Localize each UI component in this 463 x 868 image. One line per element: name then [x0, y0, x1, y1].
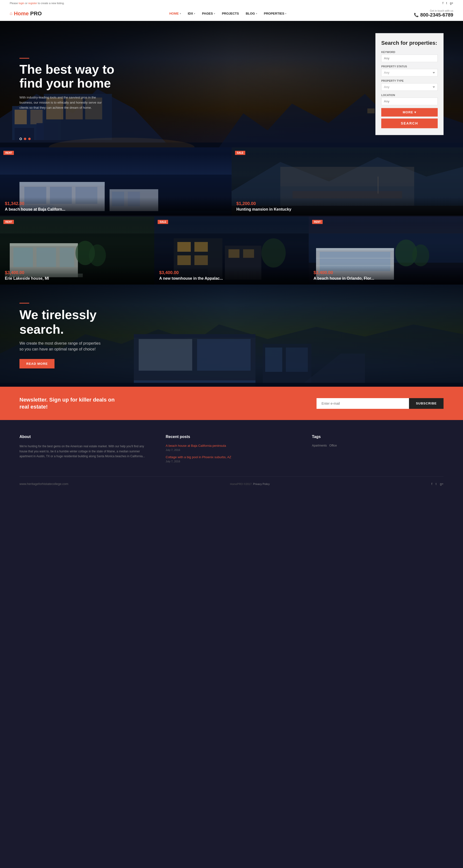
logo[interactable]: ⌂ HomePRO	[10, 10, 42, 17]
banner-content: We tirelessly search. We create the most…	[0, 303, 146, 368]
type-select[interactable]: Any	[381, 84, 438, 91]
facebook-icon[interactable]: f	[442, 1, 443, 5]
footer-logo: www.heritageforhistatecollege.com	[20, 482, 68, 486]
property-card-5[interactable]: RENT $3,400.00 A beach house in Orlando,…	[309, 216, 463, 284]
property-badge-5: RENT	[312, 220, 322, 224]
hero-dot-2[interactable]	[24, 138, 26, 140]
footer-tag-office[interactable]: Office	[329, 444, 337, 447]
home-icon: ⌂	[10, 11, 12, 16]
property-info-2: $1,200.00 Hunting mansion in Kentucky	[232, 197, 463, 215]
footer-post-date-2: July 7, 2016	[166, 460, 297, 463]
phone-number[interactable]: 📞 800-2345-6789	[414, 12, 453, 18]
property-badge-2: SALE	[235, 151, 246, 155]
nav-idx[interactable]: IDX ▾	[188, 12, 195, 15]
property-price-2: $1,200.00	[237, 201, 458, 206]
nav-pages[interactable]: PAGES ▾	[202, 12, 215, 15]
newsletter-form: SUBSCRIBE	[316, 398, 443, 409]
location-input[interactable]	[381, 98, 438, 105]
footer-tag-apartments[interactable]: Apartments	[312, 444, 327, 447]
hero-dot-1[interactable]	[20, 138, 22, 140]
googleplus-icon[interactable]: g+	[450, 1, 453, 5]
search-panel: Search for properties: Keyword Property …	[375, 33, 443, 135]
properties-row-1: RENT $1,342.00 A beach house at Baja Cal…	[0, 147, 463, 215]
property-badge-3: RENT	[3, 220, 14, 224]
property-price-5: $3,400.00	[314, 270, 458, 275]
twitter-icon[interactable]: t	[446, 1, 447, 5]
header: ⌂ HomePRO HOME ▾ IDX ▾ PAGES ▾ PROJECTS …	[0, 6, 463, 21]
svg-rect-74	[197, 339, 251, 371]
property-badge-4: SALE	[158, 220, 168, 224]
register-link[interactable]: register	[28, 2, 37, 5]
hero-section: The best way to find your home With indu…	[0, 21, 463, 147]
property-price-1: $1,342.00	[5, 201, 227, 206]
footer-privacy-link[interactable]: Privacy Policy	[253, 483, 270, 486]
top-bar-social: f t g+	[442, 1, 453, 5]
top-bar: Please login or register to create a new…	[0, 0, 463, 6]
svg-rect-75	[139, 339, 192, 371]
logo-pro-text: PRO	[30, 10, 42, 17]
property-price-4: $3,400.00	[159, 270, 304, 275]
footer-copyright: HomePRO ©2017.	[230, 483, 253, 486]
footer-googleplus-icon[interactable]: g+	[440, 482, 443, 486]
hero-dot-3[interactable]	[28, 138, 31, 140]
svg-rect-2	[14, 110, 27, 124]
footer-about-title: About	[20, 435, 151, 439]
property-card-2[interactable]: SALE $1,200.00 Hunting mansion in Kentuc…	[232, 147, 463, 215]
newsletter-section: Newsletter. Sign up for killer deals on …	[0, 387, 463, 420]
read-more-button[interactable]: READ MORE	[20, 359, 55, 368]
footer-facebook-icon[interactable]: f	[431, 482, 432, 486]
footer-tags-title: Tags	[312, 435, 443, 439]
hero-accent-line	[20, 58, 29, 59]
property-card-4[interactable]: SALE $3,400.00 A new townhouse in the Ap…	[154, 216, 309, 284]
newsletter-subscribe-button[interactable]: SUBSCRIBE	[409, 398, 443, 409]
property-name-1: A beach house at Baja Californ...	[5, 207, 227, 212]
hero-title: The best way to find your home	[20, 62, 122, 90]
property-info-4: $3,400.00 A new townhouse in the Appalac…	[154, 266, 309, 284]
contact-label: Get in touch with us	[414, 9, 453, 12]
hero-dots	[20, 138, 31, 140]
login-link[interactable]: login	[19, 2, 24, 5]
property-info-5: $3,400.00 A beach house in Orlando, Flor…	[309, 266, 463, 284]
property-name-3: Erie Lakeside house, MI	[5, 276, 149, 281]
svg-rect-78	[265, 347, 282, 372]
nav-properties[interactable]: PROPERTIES ▾	[264, 12, 287, 15]
phone-icon: 📞	[414, 13, 419, 17]
banner-title: We tirelessly search.	[20, 307, 126, 337]
property-name-2: Hunting mansion in Kentucky	[237, 207, 458, 212]
keyword-label: Keyword	[381, 51, 438, 54]
footer-posts-title: Recent posts	[166, 435, 297, 439]
status-select[interactable]: Any	[381, 69, 438, 76]
svg-rect-72	[134, 334, 255, 338]
property-card-1[interactable]: RENT $1,342.00 A beach house at Baja Cal…	[0, 147, 232, 215]
keyword-input[interactable]	[381, 55, 438, 62]
property-card-3[interactable]: RENT $3,400.00 Erie Lakeside house, MI	[0, 216, 154, 284]
footer-about-col: About We're hunting for the best gems on…	[20, 435, 151, 467]
newsletter-email-input[interactable]	[316, 398, 409, 409]
search-button[interactable]: SEARCH	[381, 119, 438, 128]
logo-home-text: Home	[14, 10, 29, 17]
footer-post-link-2[interactable]: Cottage with a big pool in Phoenix subur…	[166, 455, 297, 459]
footer-bottom-center: HomePRO ©2017. Privacy Policy	[230, 482, 270, 486]
footer-twitter-icon[interactable]: t	[436, 482, 437, 486]
type-field: Property type Any	[381, 80, 438, 94]
footer-bottom-left: www.heritageforhistatecollege.com	[20, 482, 68, 486]
property-badge-1: RENT	[3, 151, 14, 155]
svg-rect-12	[367, 108, 375, 113]
nav-projects[interactable]: PROJECTS	[222, 12, 239, 15]
keyword-field: Keyword	[381, 51, 438, 65]
svg-rect-79	[286, 347, 308, 372]
property-name-4: A new townhouse in the Appalac...	[159, 276, 304, 281]
footer-post-link-1[interactable]: A beach house at Baja California peninsu…	[166, 444, 297, 447]
nav-blog[interactable]: BLOG ▾	[246, 12, 257, 15]
property-info-1: $1,342.00 A beach house at Baja Californ…	[0, 197, 232, 215]
property-name-5: A beach house in Orlando, Flor...	[314, 276, 458, 281]
footer-tags-col: Tags Apartments Office	[312, 435, 443, 467]
nav-home[interactable]: HOME ▾	[169, 12, 181, 15]
search-panel-title: Search for properties:	[381, 40, 438, 46]
more-button[interactable]: MORE ▾	[381, 108, 438, 117]
hero-content: The best way to find your home With indu…	[0, 58, 122, 111]
footer-post-date-1: July 7, 2016	[166, 448, 297, 452]
banner-accent-line	[20, 303, 29, 304]
location-field: Location	[381, 94, 438, 108]
footer-posts-col: Recent posts A beach house at Baja Calif…	[166, 435, 297, 467]
